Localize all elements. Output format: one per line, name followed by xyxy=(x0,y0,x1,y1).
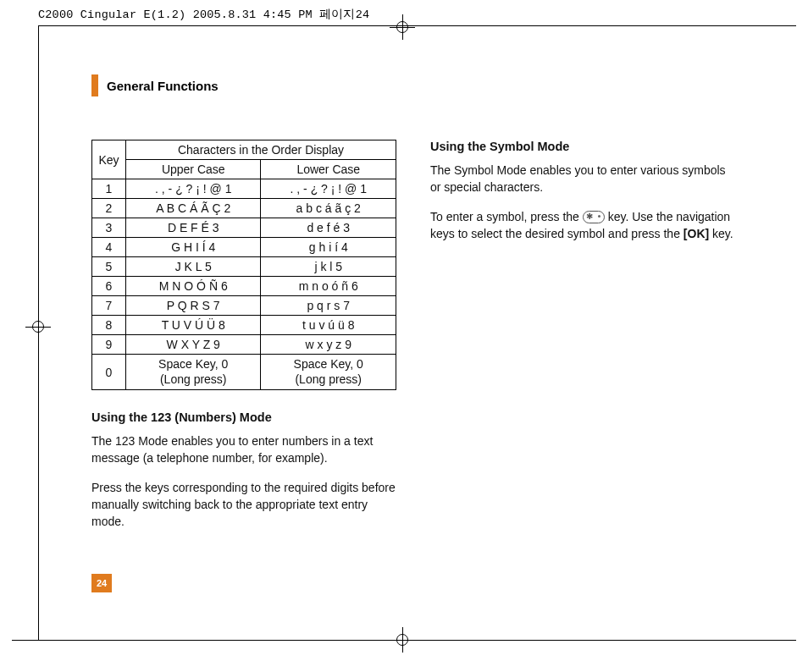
cell-lower: . , - ¿ ? ¡ ! @ 1 xyxy=(261,179,396,199)
table-row: 0Space Key, 0 (Long press)Space Key, 0 (… xyxy=(92,355,396,390)
cell-key: 8 xyxy=(92,316,126,335)
cell-lower: d e f é 3 xyxy=(261,218,396,238)
para-symbol-mode-1: The Symbol Mode enables you to enter var… xyxy=(430,162,735,196)
star-key-icon: ✱ xyxy=(583,211,605,223)
cell-upper: T U V Ú Ü 8 xyxy=(126,316,261,335)
th-order-display: Characters in the Order Display xyxy=(126,140,396,160)
para-symbol-mode-2: To enter a symbol, press the ✱ key. Use … xyxy=(430,208,735,243)
table-row: 4G H I Í 4g h i í 4 xyxy=(92,238,396,257)
table-row: 6M N O Ó Ñ 6m n o ó ñ 6 xyxy=(92,277,396,296)
characters-table: Key Characters in the Order Display Uppe… xyxy=(91,140,396,390)
table-row: 3D E F É 3d e f é 3 xyxy=(92,218,396,238)
para-symbol-mode-2c: key. xyxy=(709,227,733,240)
cell-lower: p q r s 7 xyxy=(261,296,396,316)
subhead-123-mode: Using the 123 (Numbers) Mode xyxy=(91,410,396,424)
cell-key: 6 xyxy=(92,277,126,296)
cell-key: 4 xyxy=(92,238,126,257)
cell-lower: j k l 5 xyxy=(261,257,396,277)
table-row: 8T U V Ú Ü 8t u v ú ü 8 xyxy=(92,316,396,335)
th-lower-case: Lower Case xyxy=(261,160,396,179)
table-row: 7P Q R S 7p q r s 7 xyxy=(92,296,396,316)
table-row: 9W X Y Z 9w x y z 9 xyxy=(92,335,396,355)
registration-mark-left xyxy=(30,318,47,335)
cell-upper: . , - ¿ ? ¡ ! @ 1 xyxy=(126,179,261,199)
para-123-mode-2: Press the keys corresponding to the requ… xyxy=(91,479,396,531)
th-upper-case: Upper Case xyxy=(126,160,261,179)
cell-lower: w x y z 9 xyxy=(261,335,396,355)
cell-lower: m n o ó ñ 6 xyxy=(261,277,396,296)
crop-rule-top xyxy=(38,25,796,26)
right-column: Using the Symbol Mode The Symbol Mode en… xyxy=(430,140,735,542)
cell-key: 9 xyxy=(92,335,126,355)
subhead-symbol-mode: Using the Symbol Mode xyxy=(430,140,735,153)
cell-lower: Space Key, 0 (Long press) xyxy=(261,355,396,390)
cell-upper: P Q R S 7 xyxy=(126,296,261,316)
cell-upper: Space Key, 0 (Long press) xyxy=(126,355,261,390)
cell-upper: M N O Ó Ñ 6 xyxy=(126,277,261,296)
cell-key: 5 xyxy=(92,257,126,277)
accent-bar xyxy=(91,74,98,96)
registration-mark-top xyxy=(394,19,411,36)
section-title: General Functions xyxy=(91,74,219,96)
cell-upper: J K L 5 xyxy=(126,257,261,277)
cell-key: 0 xyxy=(92,355,126,390)
table-row: 5J K L 5j k l 5 xyxy=(92,257,396,277)
cell-upper: W X Y Z 9 xyxy=(126,335,261,355)
cell-upper: A B C Á Ã Ç 2 xyxy=(126,199,261,218)
cell-key: 7 xyxy=(92,296,126,316)
cell-upper: G H I Í 4 xyxy=(126,238,261,257)
th-key: Key xyxy=(92,140,126,179)
left-column: Key Characters in the Order Display Uppe… xyxy=(91,140,396,542)
registration-mark-bottom xyxy=(394,631,411,648)
table-row: 2A B C Á Ã Ç 2a b c á ã ç 2 xyxy=(92,199,396,218)
page-number-badge: 24 xyxy=(91,574,112,592)
para-123-mode-1: The 123 Mode enables you to enter number… xyxy=(91,432,396,467)
cell-lower: a b c á ã ç 2 xyxy=(261,199,396,218)
cell-upper: D E F É 3 xyxy=(126,218,261,238)
cell-key: 1 xyxy=(92,179,126,199)
table-row: 1. , - ¿ ? ¡ ! @ 1. , - ¿ ? ¡ ! @ 1 xyxy=(92,179,396,199)
cell-key: 3 xyxy=(92,218,126,238)
cell-key: 2 xyxy=(92,199,126,218)
section-title-text: General Functions xyxy=(107,79,219,93)
crop-header-text: C2000 Cingular E(1.2) 2005.8.31 4:45 PM … xyxy=(38,7,369,22)
cell-lower: g h i í 4 xyxy=(261,238,396,257)
cell-lower: t u v ú ü 8 xyxy=(261,316,396,335)
ok-key-label: [OK] xyxy=(683,227,709,240)
para-symbol-mode-2a: To enter a symbol, press the xyxy=(430,210,583,223)
